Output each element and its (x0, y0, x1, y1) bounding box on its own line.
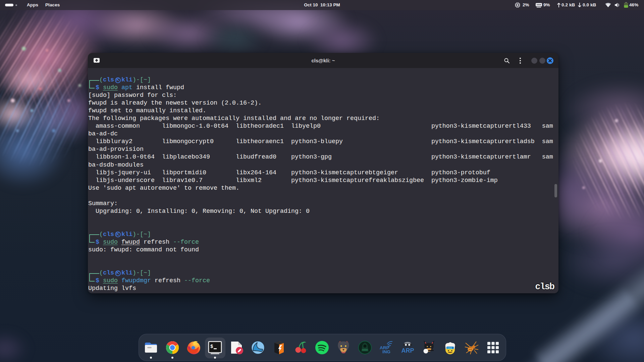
svg-text:$: $ (210, 344, 213, 349)
svg-text:ING: ING (382, 349, 390, 354)
svg-text:DNS: DNS (447, 347, 452, 349)
svg-text:ARP: ARP (401, 347, 414, 354)
